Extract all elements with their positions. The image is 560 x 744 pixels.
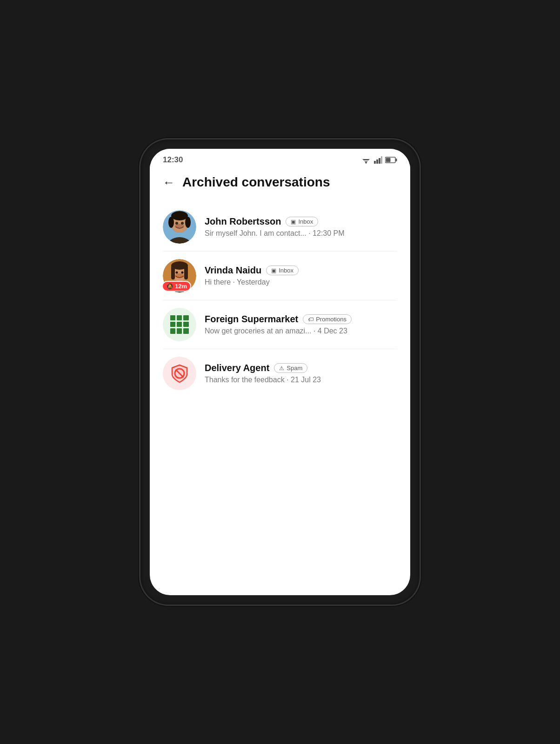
svg-point-28 <box>181 272 184 274</box>
conversation-info-vrinda: Vrinda Naidu ▣ Inbox Hi there · Yesterda… <box>205 265 397 286</box>
tag-badge-vrinda: ▣ Inbox <box>266 266 299 275</box>
name-row-vrinda: Vrinda Naidu ▣ Inbox <box>205 265 397 276</box>
preview-delivery: Thanks for the feedback · 21 Jul 23 <box>205 376 397 384</box>
svg-rect-40 <box>183 328 189 334</box>
conversation-info-delivery: Delivery Agent ⚠ Spam Thanks for the fee… <box>205 363 397 384</box>
conversation-item-john[interactable]: John Robertsson ▣ Inbox Sir myself John.… <box>163 203 397 252</box>
svg-rect-39 <box>177 328 182 334</box>
spam-icon: ⚠ <box>279 365 284 372</box>
name-row-delivery: Delivery Agent ⚠ Spam <box>205 363 397 373</box>
preview-vrinda: Hi there · Yesterday <box>205 278 397 286</box>
avatar-wrap-delivery <box>163 357 196 390</box>
svg-rect-38 <box>170 328 175 334</box>
svg-point-21 <box>185 217 191 228</box>
contact-name-foreign: Foreign Supermarket <box>205 314 298 325</box>
signal-icon <box>374 156 382 164</box>
phone-frame: 12:30 <box>140 140 420 604</box>
tag-badge-foreign: 🏷 Promotions <box>303 314 352 324</box>
svg-rect-33 <box>177 315 182 320</box>
mute-badge-vrinda: 🔕 12m <box>162 281 191 292</box>
status-bar: 12:30 <box>150 149 410 168</box>
svg-rect-31 <box>184 266 188 279</box>
preview-foreign: Now get groceries at an amazi... · 4 Dec… <box>205 327 397 335</box>
bell-mute-icon: 🔕 <box>166 283 173 290</box>
svg-rect-36 <box>177 322 182 327</box>
conversation-item-vrinda[interactable]: 🔕 12m Vrinda Naidu ▣ Inbox <box>163 252 397 300</box>
name-row-john: John Robertsson ▣ Inbox <box>205 216 397 227</box>
contact-name-vrinda: Vrinda Naidu <box>205 265 261 276</box>
conversation-item-foreign[interactable]: Foreign Supermarket 🏷 Promotions Now get… <box>163 300 397 349</box>
svg-rect-9 <box>396 159 397 161</box>
badge-text-vrinda: 12m <box>175 283 187 290</box>
building-icon <box>169 314 190 335</box>
tag-label-delivery: Spam <box>287 365 302 372</box>
svg-rect-4 <box>374 161 376 164</box>
preview-john: Sir myself John. I am contact... · 12:30… <box>205 229 397 238</box>
avatar-john <box>163 210 196 244</box>
svg-point-19 <box>171 211 188 220</box>
svg-rect-5 <box>376 159 378 164</box>
svg-rect-30 <box>171 266 175 279</box>
svg-rect-6 <box>379 158 380 164</box>
name-row-foreign: Foreign Supermarket 🏷 Promotions <box>205 314 397 325</box>
inbox-icon-john: ▣ <box>291 219 296 225</box>
john-avatar-img <box>163 210 196 244</box>
conversation-item-delivery[interactable]: Delivery Agent ⚠ Spam Thanks for the fee… <box>163 349 397 398</box>
tag-label-foreign: Promotions <box>316 316 347 323</box>
avatar-foreign <box>163 308 196 341</box>
avatar-wrap-john <box>163 210 196 244</box>
promotions-icon: 🏷 <box>308 316 313 323</box>
conversation-list: John Robertsson ▣ Inbox Sir myself John.… <box>163 203 397 398</box>
svg-rect-37 <box>183 322 189 327</box>
tag-badge-john: ▣ Inbox <box>286 217 318 226</box>
svg-rect-10 <box>386 158 391 162</box>
svg-point-20 <box>168 217 174 228</box>
battery-icon <box>385 157 397 163</box>
svg-rect-32 <box>170 315 175 320</box>
tag-label-vrinda: Inbox <box>279 267 293 274</box>
shield-icon <box>169 363 190 384</box>
svg-rect-34 <box>183 315 189 320</box>
svg-rect-35 <box>170 322 175 327</box>
header: ← Archived conversations <box>163 173 397 190</box>
wifi-icon <box>361 156 371 164</box>
contact-name-delivery: Delivery Agent <box>205 363 269 373</box>
svg-point-17 <box>175 222 178 225</box>
avatar-delivery <box>163 357 196 390</box>
inbox-icon-vrinda: ▣ <box>271 267 276 274</box>
avatar-wrap-foreign <box>163 308 196 341</box>
back-button[interactable]: ← <box>163 176 175 188</box>
contact-name-john: John Robertsson <box>205 216 281 227</box>
status-icons <box>361 156 397 164</box>
conversation-info-foreign: Foreign Supermarket 🏷 Promotions Now get… <box>205 314 397 335</box>
conversation-info-john: John Robertsson ▣ Inbox Sir myself John.… <box>205 216 397 238</box>
app-content: ← Archived conversations <box>150 168 410 590</box>
tag-label-john: Inbox <box>298 218 313 225</box>
svg-rect-7 <box>381 156 382 164</box>
svg-point-18 <box>181 222 184 225</box>
page-title: Archived conversations <box>182 175 330 190</box>
status-time: 12:30 <box>163 155 183 165</box>
avatar-wrap-vrinda: 🔕 12m <box>163 259 196 292</box>
svg-point-3 <box>365 162 367 164</box>
svg-point-27 <box>176 272 178 274</box>
phone-screen: 12:30 <box>150 149 410 595</box>
tag-badge-delivery: ⚠ Spam <box>274 363 307 373</box>
